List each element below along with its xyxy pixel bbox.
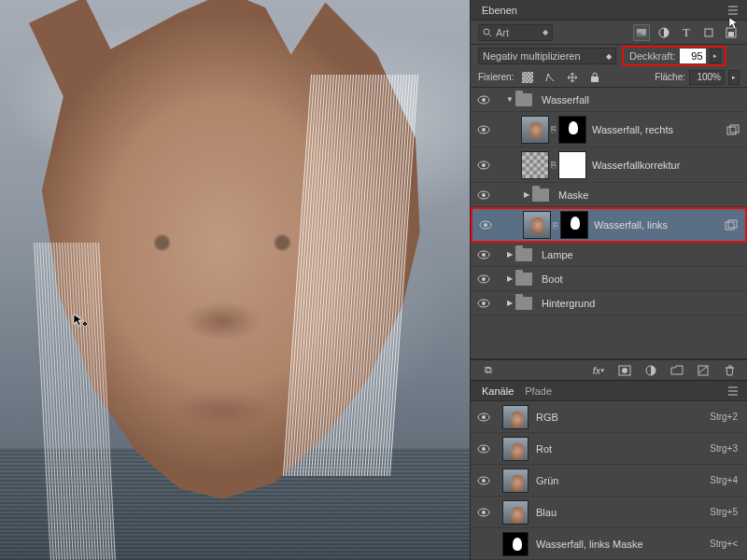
- channel-visibility[interactable]: [471, 508, 497, 517]
- link-layers-icon[interactable]: ⧉: [480, 362, 497, 379]
- new-layer-icon[interactable]: [695, 362, 712, 379]
- fill-group: Fläche: 100% ▸: [655, 70, 740, 85]
- channel-row[interactable]: RotStrg+3: [471, 433, 747, 465]
- channel-shortcut: Strg+<: [710, 539, 738, 549]
- svg-point-0: [484, 29, 489, 35]
- visibility-toggle[interactable]: [471, 274, 497, 284]
- layer-thumbnail[interactable]: [521, 116, 549, 144]
- fill-stepper[interactable]: ▸: [728, 70, 740, 85]
- folder-icon: [515, 273, 532, 286]
- disclosure-icon[interactable]: ▶: [521, 190, 532, 199]
- channel-row[interactable]: Wasserfall, links MaskeStrg+<: [471, 528, 747, 560]
- layer-thumbnail[interactable]: [521, 151, 549, 179]
- channel-visibility[interactable]: [471, 476, 497, 485]
- lock-position-icon[interactable]: [564, 69, 581, 86]
- layer-name: Wasserfall, links: [594, 219, 668, 231]
- layer-name: Maske: [558, 189, 588, 201]
- svg-point-26: [482, 253, 486, 257]
- svg-point-22: [484, 223, 487, 227]
- channel-name: Rot: [536, 443, 552, 455]
- mask-thumbnail[interactable]: [558, 116, 586, 144]
- move-cursor: [73, 314, 88, 329]
- layer-group[interactable]: ▶Hintergrund: [471, 291, 747, 315]
- filter-pixel-icon[interactable]: [633, 24, 650, 41]
- channel-visibility[interactable]: [471, 413, 497, 422]
- opacity-input[interactable]: 95: [680, 49, 706, 63]
- channels-list: RGBStrg+2RotStrg+3GrünStrg+4BlauStrg+5Wa…: [471, 401, 747, 560]
- layer-group[interactable]: ▶Maske: [471, 183, 747, 207]
- document-canvas[interactable]: [0, 0, 470, 560]
- svg-point-12: [482, 98, 486, 102]
- layer-row[interactable]: ⎘Wasserfall, rechts: [471, 112, 747, 147]
- layer-row[interactable]: ⎘Wasserfallkorrektur: [471, 147, 747, 183]
- layer-group[interactable]: ▼Wasserfall: [471, 88, 747, 112]
- disclosure-icon[interactable]: ▶: [504, 299, 515, 307]
- blend-mode-select[interactable]: Negativ multiplizieren ◆: [478, 48, 616, 64]
- layer-row[interactable]: ⎘Wasserfall, links: [471, 207, 747, 243]
- filter-type-icon[interactable]: T: [678, 24, 695, 41]
- svg-rect-23: [726, 222, 734, 230]
- channel-shortcut: Strg+3: [710, 443, 738, 454]
- right-panel: Ebenen Art ◆ T Negativ multiplizieren ◆ …: [470, 0, 747, 560]
- filter-adjust-icon[interactable]: [655, 24, 672, 41]
- channels-tab[interactable]: Kanäle: [476, 384, 519, 399]
- channel-name: Grün: [536, 475, 558, 486]
- layer-name: Wasserfall, rechts: [592, 124, 673, 135]
- layer-group[interactable]: ▶Lampe: [471, 243, 747, 267]
- filter-shape-icon[interactable]: [700, 24, 717, 41]
- lock-transparent-icon[interactable]: [519, 69, 536, 86]
- channel-name: RGB: [536, 412, 558, 423]
- svg-point-20: [482, 193, 486, 197]
- disclosure-icon[interactable]: ▼: [504, 95, 515, 104]
- visibility-toggle[interactable]: [471, 250, 497, 259]
- layer-group[interactable]: ▶Boot: [471, 267, 747, 291]
- opacity-stepper[interactable]: ▸: [710, 49, 721, 63]
- channel-visibility[interactable]: [471, 444, 497, 454]
- layers-tab[interactable]: Ebenen: [476, 3, 523, 18]
- layer-name: Hintergrund: [542, 298, 595, 309]
- channel-thumbnail: [502, 469, 529, 493]
- visibility-toggle[interactable]: [471, 95, 497, 105]
- visibility-toggle[interactable]: [471, 161, 497, 170]
- channels-menu-icon[interactable]: [725, 383, 741, 399]
- link-mask-icon[interactable]: ⎘: [549, 160, 558, 170]
- lock-label: Fixieren:: [478, 72, 514, 82]
- layer-kind-search[interactable]: Art ◆: [478, 24, 553, 41]
- layer-name: Lampe: [542, 249, 573, 260]
- visibility-toggle[interactable]: [472, 220, 499, 230]
- channel-shortcut: Strg+4: [710, 475, 738, 485]
- visibility-toggle[interactable]: [471, 299, 497, 308]
- svg-point-30: [482, 301, 486, 305]
- lock-row: Fixieren: Fläche: 100% ▸: [471, 67, 747, 88]
- mask-thumbnail[interactable]: [560, 211, 588, 239]
- layer-name: Wasserfallkorrektur: [592, 160, 680, 171]
- link-mask-icon[interactable]: ⎘: [551, 220, 560, 231]
- channel-row[interactable]: RGBStrg+2: [471, 401, 747, 433]
- search-icon: [483, 28, 492, 37]
- delete-layer-icon[interactable]: [721, 362, 738, 379]
- channel-name: Blau: [536, 507, 557, 518]
- lock-pixels-icon[interactable]: [542, 69, 558, 86]
- mask-icon[interactable]: [616, 362, 633, 379]
- new-group-icon[interactable]: [669, 362, 685, 379]
- disclosure-icon[interactable]: ▶: [504, 250, 515, 259]
- chevron-down-icon: ◆: [606, 52, 612, 61]
- disclosure-icon[interactable]: ▶: [504, 274, 515, 283]
- opacity-label: Deckkraft:: [629, 50, 676, 62]
- fill-input[interactable]: 100%: [689, 70, 725, 85]
- layer-thumbnail[interactable]: [523, 211, 551, 239]
- visibility-toggle[interactable]: [471, 125, 497, 134]
- adjustment-layer-icon[interactable]: [642, 362, 659, 379]
- channel-thumbnail: [502, 532, 529, 556]
- folder-icon: [515, 297, 532, 310]
- paths-tab[interactable]: Pfade: [519, 384, 557, 399]
- smart-object-icon: [726, 124, 740, 135]
- svg-rect-10: [591, 77, 599, 82]
- visibility-toggle[interactable]: [471, 190, 497, 200]
- channel-row[interactable]: GrünStrg+4: [471, 465, 747, 497]
- lock-all-icon[interactable]: [586, 69, 603, 86]
- channel-row[interactable]: BlauStrg+5: [471, 497, 747, 528]
- fx-icon[interactable]: fx▾: [590, 362, 607, 379]
- mask-thumbnail[interactable]: [558, 151, 586, 179]
- link-mask-icon[interactable]: ⎘: [549, 124, 558, 134]
